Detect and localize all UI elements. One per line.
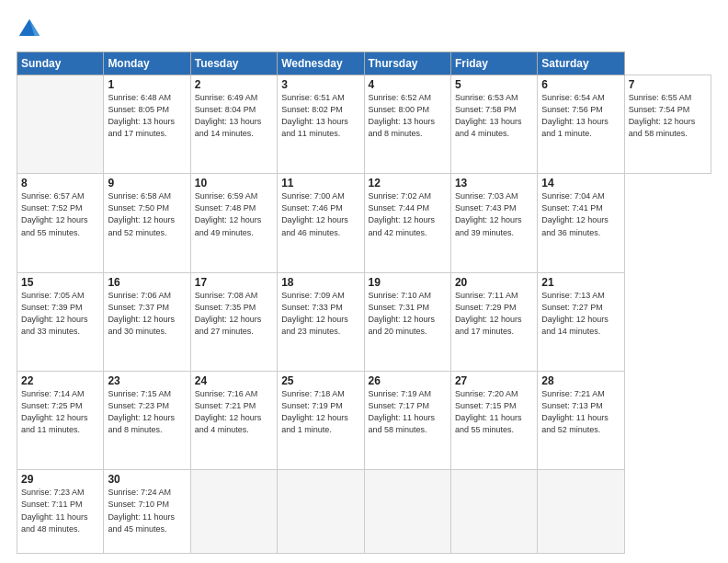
sunset: Sunset: 7:15 PM: [455, 401, 517, 410]
calendar-day-10: 10Sunrise: 6:59 AMSunset: 7:48 PMDayligh…: [190, 174, 277, 272]
sunset: Sunset: 8:04 PM: [195, 105, 256, 114]
day-number: 16: [108, 276, 186, 289]
day-info: Sunrise: 7:20 AMSunset: 7:15 PMDaylight:…: [455, 388, 533, 436]
day-info: Sunrise: 6:49 AMSunset: 8:04 PMDaylight:…: [195, 92, 273, 140]
day-info: Sunrise: 7:16 AMSunset: 7:21 PMDaylight:…: [195, 388, 273, 436]
day-info: Sunrise: 7:00 AMSunset: 7:46 PMDaylight:…: [281, 190, 359, 238]
calendar-day-9: 9Sunrise: 6:58 AMSunset: 7:50 PMDaylight…: [104, 174, 190, 272]
calendar-day-16: 16Sunrise: 7:06 AMSunset: 7:37 PMDayligh…: [104, 272, 190, 371]
calendar-empty: [538, 470, 624, 554]
daylight: Daylight: 12 hours and 58 minutes.: [629, 117, 696, 138]
day-number: 27: [455, 374, 533, 387]
day-info: Sunrise: 6:58 AMSunset: 7:50 PMDaylight:…: [108, 190, 186, 238]
sunrise: Sunrise: 7:18 AM: [281, 389, 345, 398]
calendar-day-13: 13Sunrise: 7:03 AMSunset: 7:43 PMDayligh…: [450, 174, 537, 272]
daylight: Daylight: 12 hours and 55 minutes.: [21, 215, 88, 236]
calendar-day-20: 20Sunrise: 7:11 AMSunset: 7:29 PMDayligh…: [450, 272, 537, 371]
day-number: 25: [281, 374, 359, 387]
daylight: Daylight: 12 hours and 20 minutes.: [369, 315, 436, 336]
daylight: Daylight: 12 hours and 30 minutes.: [108, 315, 175, 336]
daylight: Daylight: 13 hours and 14 minutes.: [195, 117, 262, 138]
daylight: Daylight: 11 hours and 58 minutes.: [369, 413, 436, 434]
daylight: Daylight: 11 hours and 55 minutes.: [455, 413, 522, 434]
day-info: Sunrise: 7:19 AMSunset: 7:17 PMDaylight:…: [369, 388, 447, 436]
calendar-day-15: 15Sunrise: 7:05 AMSunset: 7:39 PMDayligh…: [17, 272, 104, 371]
day-number: 30: [108, 473, 186, 486]
sunrise: Sunrise: 7:08 AM: [195, 291, 258, 300]
daylight: Daylight: 12 hours and 1 minute.: [281, 413, 348, 434]
header: [17, 17, 711, 42]
calendar-week-4: 22Sunrise: 7:14 AMSunset: 7:25 PMDayligh…: [17, 372, 711, 470]
sunset: Sunset: 7:31 PM: [369, 303, 430, 312]
day-number: 10: [195, 177, 273, 190]
sunrise: Sunrise: 6:48 AM: [108, 93, 171, 102]
calendar-day-4: 4Sunrise: 6:52 AMSunset: 8:00 PMDaylight…: [364, 75, 450, 174]
sunset: Sunset: 7:11 PM: [21, 500, 83, 509]
day-number: 7: [629, 78, 707, 91]
sunrise: Sunrise: 6:51 AM: [281, 93, 345, 102]
day-info: Sunrise: 7:23 AMSunset: 7:11 PMDaylight:…: [21, 487, 99, 534]
sunset: Sunset: 7:54 PM: [629, 105, 690, 114]
day-info: Sunrise: 6:51 AMSunset: 8:02 PMDaylight:…: [281, 92, 359, 140]
calendar-day-22: 22Sunrise: 7:14 AMSunset: 7:25 PMDayligh…: [17, 372, 104, 470]
sunrise: Sunrise: 7:00 AM: [281, 191, 345, 201]
calendar-empty: [17, 75, 104, 174]
sunset: Sunset: 7:37 PM: [108, 303, 169, 312]
daylight: Daylight: 13 hours and 17 minutes.: [108, 117, 175, 138]
weekday-header-friday: Friday: [450, 52, 537, 75]
daylight: Daylight: 12 hours and 23 minutes.: [281, 315, 348, 336]
calendar-day-11: 11Sunrise: 7:00 AMSunset: 7:46 PMDayligh…: [278, 174, 364, 272]
calendar-day-17: 17Sunrise: 7:08 AMSunset: 7:35 PMDayligh…: [190, 272, 277, 371]
day-info: Sunrise: 6:52 AMSunset: 8:00 PMDaylight:…: [369, 92, 447, 140]
daylight: Daylight: 12 hours and 36 minutes.: [541, 215, 609, 236]
calendar-day-7: 7Sunrise: 6:55 AMSunset: 7:54 PMDaylight…: [624, 75, 711, 174]
day-info: Sunrise: 7:15 AMSunset: 7:23 PMDaylight:…: [108, 388, 186, 436]
sunset: Sunset: 7:25 PM: [21, 401, 83, 410]
sunrise: Sunrise: 6:53 AM: [455, 93, 518, 102]
day-number: 11: [281, 177, 359, 190]
weekday-header-wednesday: Wednesday: [278, 52, 364, 75]
day-number: 13: [455, 177, 533, 190]
sunrise: Sunrise: 6:59 AM: [195, 191, 258, 201]
daylight: Daylight: 11 hours and 45 minutes.: [108, 512, 175, 534]
calendar-day-12: 12Sunrise: 7:02 AMSunset: 7:44 PMDayligh…: [364, 174, 450, 272]
day-number: 17: [195, 276, 273, 289]
sunset: Sunset: 7:35 PM: [195, 303, 256, 312]
sunrise: Sunrise: 6:49 AM: [195, 93, 258, 102]
day-number: 1: [108, 78, 186, 91]
sunset: Sunset: 7:56 PM: [541, 105, 603, 114]
sunset: Sunset: 7:43 PM: [455, 203, 517, 213]
sunrise: Sunrise: 7:06 AM: [108, 291, 171, 300]
sunset: Sunset: 7:27 PM: [541, 303, 603, 312]
sunset: Sunset: 7:52 PM: [21, 203, 83, 213]
day-info: Sunrise: 7:14 AMSunset: 7:25 PMDaylight:…: [21, 388, 99, 436]
day-info: Sunrise: 6:55 AMSunset: 7:54 PMDaylight:…: [629, 92, 707, 140]
daylight: Daylight: 12 hours and 8 minutes.: [108, 413, 175, 434]
calendar-day-23: 23Sunrise: 7:15 AMSunset: 7:23 PMDayligh…: [104, 372, 190, 470]
day-number: 2: [195, 78, 273, 91]
weekday-header-tuesday: Tuesday: [190, 52, 277, 75]
calendar-week-3: 15Sunrise: 7:05 AMSunset: 7:39 PMDayligh…: [17, 272, 711, 371]
day-number: 12: [369, 177, 447, 190]
sunrise: Sunrise: 6:57 AM: [21, 191, 85, 201]
sunrise: Sunrise: 7:21 AM: [541, 389, 605, 398]
sunrise: Sunrise: 7:14 AM: [21, 389, 85, 398]
weekday-header-row: SundayMondayTuesdayWednesdayThursdayFrid…: [17, 52, 711, 75]
day-info: Sunrise: 7:06 AMSunset: 7:37 PMDaylight:…: [108, 290, 186, 338]
sunset: Sunset: 7:21 PM: [195, 401, 256, 410]
sunset: Sunset: 7:58 PM: [455, 105, 517, 114]
calendar-day-3: 3Sunrise: 6:51 AMSunset: 8:02 PMDaylight…: [278, 75, 364, 174]
sunset: Sunset: 7:44 PM: [369, 203, 430, 213]
day-number: 4: [369, 78, 447, 91]
day-info: Sunrise: 7:13 AMSunset: 7:27 PMDaylight:…: [541, 290, 620, 338]
calendar-day-27: 27Sunrise: 7:20 AMSunset: 7:15 PMDayligh…: [450, 372, 537, 470]
calendar-day-1: 1Sunrise: 6:48 AMSunset: 8:05 PMDaylight…: [104, 75, 190, 174]
sunset: Sunset: 7:50 PM: [108, 203, 169, 213]
daylight: Daylight: 12 hours and 17 minutes.: [455, 315, 522, 336]
calendar-day-25: 25Sunrise: 7:18 AMSunset: 7:19 PMDayligh…: [278, 372, 364, 470]
day-number: 14: [541, 177, 620, 190]
day-number: 19: [369, 276, 447, 289]
calendar-day-26: 26Sunrise: 7:19 AMSunset: 7:17 PMDayligh…: [364, 372, 450, 470]
weekday-header-saturday: Saturday: [538, 52, 624, 75]
calendar-day-29: 29Sunrise: 7:23 AMSunset: 7:11 PMDayligh…: [17, 470, 104, 554]
